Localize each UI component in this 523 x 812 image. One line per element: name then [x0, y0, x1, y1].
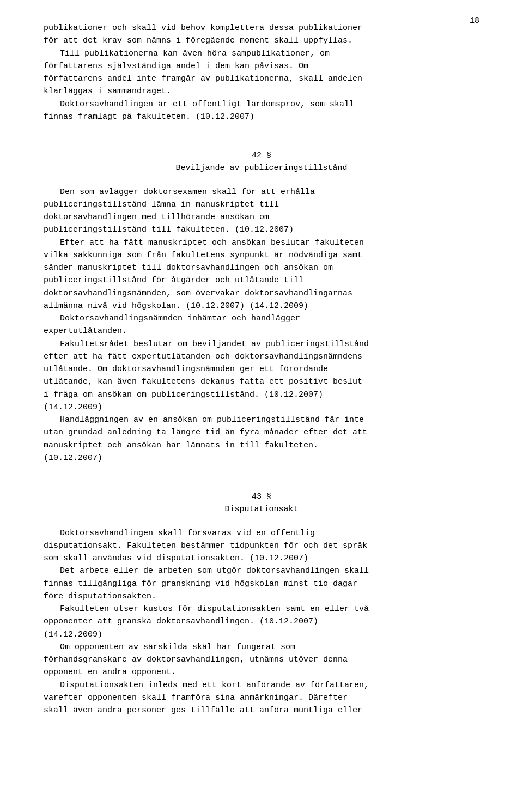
paragraph-4-text: Den som avlägger doktorsexamen skall för… [44, 187, 315, 235]
page-number: 18 [470, 16, 479, 26]
paragraph-13-text: Disputationsakten inleds med ett kort an… [44, 681, 369, 716]
paragraph-2: Till publikationerna kan även höra sampu… [44, 47, 479, 98]
section-43-title: Disputationsakt [44, 503, 479, 516]
paragraph-1-text: publikationer och skall vid behov komple… [44, 23, 362, 45]
paragraph-5: Efter att ha fått manuskriptet och ansök… [44, 237, 479, 313]
section-42-number: 42 § [44, 149, 479, 162]
paragraph-2-text: Till publikationerna kan även höra sampu… [44, 49, 362, 96]
paragraph-3: Doktorsavhandlingen är ett offentligt lä… [44, 98, 479, 124]
paragraph-7-text: Fakultetsrådet beslutar om beviljandet a… [44, 340, 369, 412]
page: 18 publikationer och skall vid behov kom… [0, 0, 523, 812]
paragraph-9: Doktorsavhandlingen skall försvaras vid … [44, 527, 479, 565]
paragraph-1: publikationer och skall vid behov komple… [44, 22, 479, 47]
paragraph-9-text: Doktorsavhandlingen skall försvaras vid … [44, 529, 367, 563]
section-43-number: 43 § [44, 490, 479, 503]
paragraph-8-text: Handläggningen av en ansökan om publicer… [44, 415, 367, 463]
paragraph-8: Handläggningen av en ansökan om publicer… [44, 414, 479, 464]
paragraph-11: Fakulteten utser kustos för disputations… [44, 603, 479, 641]
paragraph-10: Det arbete eller de arbeten som utgör do… [44, 565, 479, 603]
paragraph-6: Doktorsavhandlingsnämnden inhämtar och h… [44, 312, 479, 338]
paragraph-4: Den som avlägger doktorsexamen skall för… [44, 186, 479, 237]
paragraph-12: Om opponenten av särskilda skäl har fung… [44, 641, 479, 679]
paragraph-11-text: Fakulteten utser kustos för disputations… [44, 604, 369, 639]
paragraph-10-text: Det arbete eller de arbeten som utgör do… [44, 566, 369, 601]
paragraph-12-text: Om opponenten av särskilda skäl har fung… [44, 643, 348, 677]
section-42-title: Beviljande av publiceringstillstånd [44, 162, 479, 174]
paragraph-5-text: Efter att ha fått manuskriptet och ansök… [44, 238, 364, 311]
section-42-heading: 42 § Beviljande av publiceringstillstånd [44, 149, 479, 175]
paragraph-13: Disputationsakten inleds med ett kort an… [44, 679, 479, 717]
paragraph-6-text: Doktorsavhandlingsnämnden inhämtar och h… [44, 314, 300, 336]
paragraph-3-text: Doktorsavhandlingen är ett offentligt lä… [44, 100, 354, 122]
paragraph-7: Fakultetsrådet beslutar om beviljandet a… [44, 338, 479, 414]
section-43-heading: 43 § Disputationsakt [44, 490, 479, 516]
